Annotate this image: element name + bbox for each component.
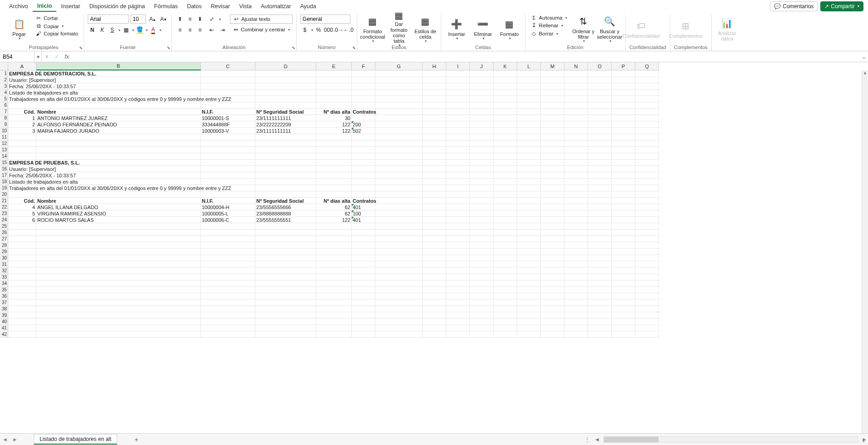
cell-E25[interactable] (316, 223, 352, 230)
cell-G39[interactable] (375, 312, 423, 319)
cell-G10[interactable] (375, 128, 423, 134)
cell-G29[interactable] (375, 249, 423, 255)
cell-C1[interactable] (201, 70, 255, 77)
cell-L34[interactable] (517, 280, 541, 287)
cell-J11[interactable] (470, 134, 494, 140)
clear-button[interactable]: ◇Borrar▾ (529, 30, 569, 37)
cell-A42[interactable] (8, 331, 36, 338)
cell-E40[interactable] (316, 319, 352, 325)
cell-K23[interactable] (494, 210, 517, 217)
cell-P39[interactable] (612, 312, 635, 319)
cell-A13[interactable] (8, 147, 36, 153)
formula-input[interactable] (72, 51, 860, 62)
cell-L11[interactable] (517, 134, 541, 140)
cell-A3[interactable]: Fecha: 25/06/20XX - 10:33:57 (8, 83, 36, 90)
cell-L30[interactable] (517, 255, 541, 261)
cell-K28[interactable] (494, 242, 517, 249)
cell-N2[interactable] (564, 77, 588, 83)
cell-M37[interactable] (541, 300, 564, 306)
cell-L22[interactable] (517, 204, 541, 210)
cell-C23[interactable]: 10000005-L (201, 210, 255, 217)
cell-J29[interactable] (470, 249, 494, 255)
row-header-31[interactable]: 31 (0, 261, 8, 268)
cell-H41[interactable] (423, 325, 446, 331)
bold-button[interactable]: N (88, 25, 97, 35)
cell-A12[interactable] (8, 140, 36, 147)
cell-F18[interactable] (352, 179, 375, 185)
row-header-39[interactable]: 39 (0, 312, 8, 319)
cell-J7[interactable] (470, 109, 494, 115)
cell-O17[interactable] (588, 172, 612, 179)
column-header-O[interactable]: O (588, 62, 612, 70)
cell-C16[interactable] (201, 166, 255, 172)
cell-H5[interactable] (423, 96, 446, 102)
dialog-launcher-number[interactable]: ⬊ (352, 45, 356, 50)
cell-E11[interactable] (316, 134, 352, 140)
cell-Q30[interactable] (635, 255, 659, 261)
cell-O38[interactable] (588, 306, 612, 312)
cell-O11[interactable] (588, 134, 612, 140)
cell-L31[interactable] (517, 261, 541, 268)
cell-H29[interactable] (423, 249, 446, 255)
cell-D35[interactable] (255, 287, 316, 293)
row-header-6[interactable]: 6 (0, 102, 8, 109)
cell-D4[interactable] (255, 90, 316, 96)
cell-O9[interactable] (588, 121, 612, 128)
cell-K30[interactable] (494, 255, 517, 261)
cell-H42[interactable] (423, 331, 446, 338)
sheet-nav-prev[interactable]: ◄ (0, 436, 10, 443)
cell-F33[interactable] (352, 274, 375, 280)
cell-Q34[interactable] (635, 280, 659, 287)
cell-Q39[interactable] (635, 312, 659, 319)
cell-K37[interactable] (494, 300, 517, 306)
collapse-ribbon-button[interactable]: ⌄ (862, 438, 865, 443)
cell-K13[interactable] (494, 147, 517, 153)
cell-P28[interactable] (612, 242, 635, 249)
cell-I4[interactable] (446, 90, 470, 96)
cell-F26[interactable] (352, 230, 375, 236)
cell-A26[interactable] (8, 230, 36, 236)
cell-L41[interactable] (517, 325, 541, 331)
accounting-format-button[interactable]: $ (300, 25, 309, 35)
cell-F15[interactable] (352, 160, 375, 166)
cell-B23[interactable]: VIRGINIA RAMIREZ ASENSIO (36, 210, 201, 217)
cell-J14[interactable] (470, 153, 494, 160)
cell-P11[interactable] (612, 134, 635, 140)
cell-C10[interactable]: 10000003-V (201, 128, 255, 134)
cell-J15[interactable] (470, 160, 494, 166)
font-size-select[interactable] (130, 15, 146, 24)
cell-G32[interactable] (375, 268, 423, 274)
row-header-42[interactable]: 42 (0, 331, 8, 338)
cell-D20[interactable] (255, 191, 316, 198)
cell-K35[interactable] (494, 287, 517, 293)
cell-P14[interactable] (612, 153, 635, 160)
menu-tab-archivo[interactable]: Archivo (5, 1, 33, 11)
cell-J24[interactable] (470, 217, 494, 223)
cell-O20[interactable] (588, 191, 612, 198)
cell-D22[interactable]: 23/5556555666 (255, 204, 316, 210)
cell-E13[interactable] (316, 147, 352, 153)
cell-F3[interactable] (352, 83, 375, 90)
row-header-38[interactable]: 38 (0, 306, 8, 312)
cell-C26[interactable] (201, 230, 255, 236)
cell-C8[interactable]: 10000001-S (201, 115, 255, 121)
row-header-26[interactable]: 26 (0, 230, 8, 236)
row-header-8[interactable]: 8 (0, 115, 8, 121)
cell-L12[interactable] (517, 140, 541, 147)
cell-D34[interactable] (255, 280, 316, 287)
cell-F30[interactable] (352, 255, 375, 261)
cell-D8[interactable]: 23/1111111111 (255, 115, 316, 121)
spreadsheet-grid[interactable]: ABCDEFGHIJKLMNOPQ 1234567891011121314151… (0, 62, 868, 433)
cell-G23[interactable] (375, 210, 423, 217)
cell-K21[interactable] (494, 198, 517, 204)
cell-D1[interactable] (255, 70, 316, 77)
column-header-L[interactable]: L (517, 62, 541, 70)
cell-B33[interactable] (36, 274, 201, 280)
cell-I37[interactable] (446, 300, 470, 306)
cell-Q8[interactable] (635, 115, 659, 121)
row-header-2[interactable]: 2 (0, 77, 8, 83)
dialog-launcher-font[interactable]: ⬊ (167, 45, 170, 50)
cell-A40[interactable] (8, 319, 36, 325)
row-header-27[interactable]: 27 (0, 236, 8, 242)
cell-F9[interactable]: 200 (352, 121, 375, 128)
